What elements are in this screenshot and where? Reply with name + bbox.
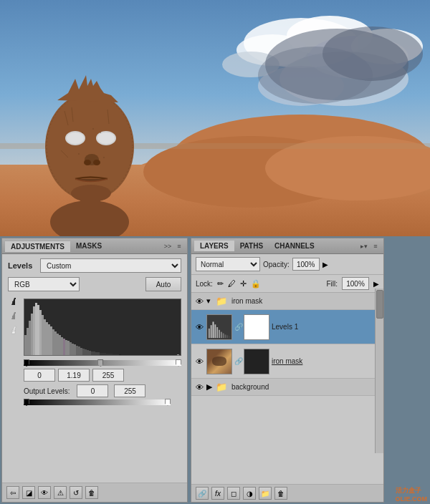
- opacity-field[interactable]: [292, 258, 320, 271]
- layer-iron-mask[interactable]: 👁 🔗 iron mask fx: [191, 344, 383, 379]
- input-slider-track: [24, 360, 181, 366]
- svg-rect-102: [177, 354, 179, 356]
- input-mid-field[interactable]: [58, 369, 90, 382]
- svg-rect-81: [104, 353, 106, 356]
- layers-mask-btn[interactable]: ◻: [227, 487, 240, 500]
- adjustments-panel: ADJUSTMENTS MASKS >> ≡ Levels Custom Def…: [1, 238, 188, 503]
- layers-group-btn[interactable]: 📁: [259, 487, 272, 500]
- layer-visibility-1[interactable]: 👁: [194, 296, 204, 306]
- tab-layers[interactable]: LAYERS: [194, 241, 234, 251]
- output-min-field[interactable]: [77, 384, 108, 397]
- black-point-eyedropper[interactable]: [8, 296, 19, 307]
- group-expand-arrow[interactable]: ▾: [206, 296, 214, 306]
- tab-masks[interactable]: MASKS: [70, 241, 108, 251]
- svg-rect-54: [46, 322, 48, 356]
- layers-panel-footer: 🔗 fx ◻ ◑ 📁 🗑: [191, 484, 383, 502]
- tab-paths[interactable]: PATHS: [234, 241, 269, 251]
- panels-area: ADJUSTMENTS MASKS >> ≡ Levels Custom Def…: [0, 236, 430, 504]
- layers-expand-icon[interactable]: ▸▾: [359, 241, 369, 251]
- layers-delete-btn[interactable]: 🗑: [274, 487, 287, 500]
- svg-rect-114: [226, 335, 228, 338]
- layers-panel-controls: ▸▾ ≡: [359, 241, 381, 251]
- background-folder-icon: 📁: [216, 382, 227, 392]
- svg-rect-63: [65, 340, 67, 356]
- svg-rect-89: [121, 355, 123, 356]
- svg-rect-46: [29, 321, 31, 356]
- layer-name-levels: Levels 1: [272, 323, 381, 331]
- menu-icon[interactable]: ≡: [174, 241, 184, 251]
- opacity-arrow[interactable]: ▶: [322, 261, 328, 268]
- mid-point-eyedropper[interactable]: [8, 310, 19, 321]
- adj-footer-reset[interactable]: ↺: [70, 486, 82, 499]
- adj-footer-clip[interactable]: ◪: [22, 486, 35, 499]
- svg-rect-103: [179, 355, 181, 356]
- white-point-eyedropper[interactable]: [8, 324, 19, 336]
- svg-rect-88: [119, 354, 121, 356]
- background-expand-arrow[interactable]: ▶: [206, 382, 214, 392]
- svg-rect-65: [70, 342, 72, 356]
- tab-channels[interactable]: CHANNELS: [269, 241, 320, 251]
- layers-scrollbar[interactable]: [375, 289, 383, 453]
- black-input-handle[interactable]: [24, 359, 29, 367]
- blend-mode-dropdown[interactable]: Normal Multiply Screen Overlay: [196, 257, 260, 271]
- svg-rect-87: [117, 354, 119, 356]
- output-white-handle[interactable]: [165, 399, 171, 406]
- svg-rect-59: [57, 334, 59, 356]
- chain-icon-3: 🔗: [234, 357, 242, 365]
- layers-menu-icon[interactable]: ≡: [371, 241, 381, 251]
- svg-rect-80: [102, 353, 104, 356]
- output-black-handle[interactable]: [24, 399, 29, 406]
- mid-input-handle[interactable]: [97, 359, 103, 367]
- layer-background[interactable]: 👁 ▶ 📁 background: [191, 379, 383, 396]
- svg-rect-52: [42, 315, 44, 356]
- svg-rect-70: [80, 348, 82, 356]
- output-max-field[interactable]: [114, 384, 145, 397]
- layers-adj-btn[interactable]: ◑: [243, 487, 256, 500]
- svg-rect-94: [132, 355, 134, 356]
- adj-panel-body: Levels Custom Default RGB Red Green Blue…: [2, 254, 187, 412]
- adj-footer-eye[interactable]: 👁: [38, 486, 51, 499]
- input-max-field[interactable]: [92, 369, 124, 382]
- svg-rect-55: [48, 324, 50, 356]
- adj-panel-controls: >> ≡: [163, 241, 184, 251]
- rgb-row: RGB Red Green Blue Auto: [8, 277, 181, 291]
- layer-visibility-3[interactable]: 👁: [194, 357, 204, 367]
- layer-name-group: iron mask: [231, 297, 381, 305]
- adj-footer-delete[interactable]: 🗑: [85, 486, 98, 499]
- svg-rect-82: [106, 354, 108, 356]
- layers-fx-btn[interactable]: fx: [211, 487, 224, 500]
- lock-paint-icon[interactable]: 🖊: [228, 279, 236, 288]
- watermark: 活力盒子OLIE.COM: [396, 486, 428, 503]
- svg-point-38: [78, 153, 80, 155]
- adj-footer-alert[interactable]: ⚠: [54, 486, 67, 499]
- svg-rect-66: [72, 344, 74, 356]
- chain-icon-2: 🔗: [234, 323, 242, 331]
- layer-visibility-2[interactable]: 👁: [194, 322, 204, 332]
- layer-levels-1[interactable]: 👁 🔗: [191, 310, 383, 344]
- levels-thumb: [206, 314, 232, 340]
- layers-link-btn[interactable]: 🔗: [196, 487, 209, 500]
- svg-rect-49: [35, 303, 37, 356]
- svg-rect-48: [33, 306, 35, 356]
- svg-rect-64: [67, 341, 70, 356]
- eyedropper-tools: [8, 296, 19, 336]
- fill-arrow[interactable]: ▶: [373, 280, 379, 288]
- lock-pixel-icon[interactable]: ✏: [217, 279, 224, 289]
- channel-dropdown[interactable]: RGB Red Green Blue: [8, 277, 80, 291]
- white-input-handle[interactable]: [176, 359, 181, 367]
- blend-mode-row: Normal Multiply Screen Overlay Opacity: …: [191, 254, 383, 275]
- lock-all-icon[interactable]: 🔒: [251, 279, 261, 289]
- fill-field[interactable]: [342, 277, 369, 290]
- expand-icon[interactable]: >>: [163, 241, 173, 251]
- layer-visibility-4[interactable]: 👁: [194, 382, 204, 392]
- svg-rect-62: [63, 339, 65, 356]
- tab-adjustments[interactable]: ADJUSTMENTS: [5, 241, 70, 252]
- folder-icon: 📁: [216, 296, 227, 306]
- lock-move-icon[interactable]: ✛: [240, 279, 247, 289]
- scrollbar-thumb[interactable]: [376, 290, 383, 319]
- adj-footer-back[interactable]: ⇦: [6, 486, 19, 499]
- input-min-field[interactable]: [24, 369, 55, 382]
- layer-group-iron-mask[interactable]: 👁 ▾ 📁 iron mask: [191, 293, 383, 310]
- auto-button[interactable]: Auto: [145, 277, 181, 291]
- levels-preset-dropdown[interactable]: Custom Default: [40, 258, 181, 273]
